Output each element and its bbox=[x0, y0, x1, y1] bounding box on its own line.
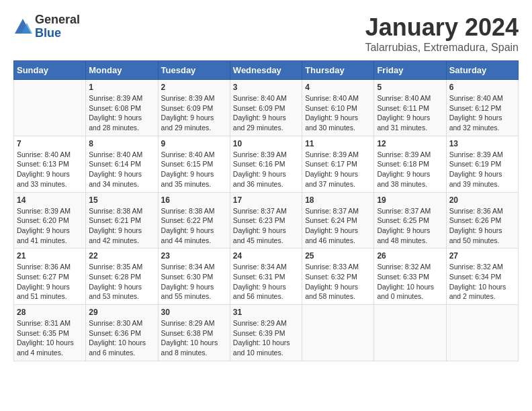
day-info: Sunrise: 8:39 AM Sunset: 6:18 PM Dayligh… bbox=[377, 150, 443, 189]
day-info: Sunrise: 8:34 AM Sunset: 6:31 PM Dayligh… bbox=[233, 262, 299, 302]
calendar-cell: 29Sunrise: 8:30 AM Sunset: 6:36 PM Dayli… bbox=[86, 305, 158, 361]
day-info: Sunrise: 8:37 AM Sunset: 6:24 PM Dayligh… bbox=[305, 206, 371, 246]
day-number: 7 bbox=[17, 139, 83, 148]
calendar-cell: 15Sunrise: 8:38 AM Sunset: 6:21 PM Dayli… bbox=[86, 192, 158, 248]
calendar-cell: 26Sunrise: 8:32 AM Sunset: 6:33 PM Dayli… bbox=[374, 248, 446, 305]
calendar-cell: 27Sunrise: 8:32 AM Sunset: 6:34 PM Dayli… bbox=[446, 248, 518, 305]
calendar-cell: 22Sunrise: 8:35 AM Sunset: 6:28 PM Dayli… bbox=[86, 248, 158, 305]
day-info: Sunrise: 8:39 AM Sunset: 6:09 PM Dayligh… bbox=[161, 93, 227, 133]
calendar-cell: 14Sunrise: 8:39 AM Sunset: 6:20 PM Dayli… bbox=[14, 192, 86, 248]
day-info: Sunrise: 8:40 AM Sunset: 6:09 PM Dayligh… bbox=[233, 93, 299, 133]
calendar-cell: 18Sunrise: 8:37 AM Sunset: 6:24 PM Dayli… bbox=[302, 192, 374, 248]
calendar-table: SundayMondayTuesdayWednesdayThursdayFrid… bbox=[13, 60, 519, 361]
day-info: Sunrise: 8:39 AM Sunset: 6:19 PM Dayligh… bbox=[449, 150, 515, 189]
day-number: 10 bbox=[233, 139, 299, 148]
day-info: Sunrise: 8:37 AM Sunset: 6:25 PM Dayligh… bbox=[377, 206, 443, 246]
calendar-cell: 16Sunrise: 8:38 AM Sunset: 6:22 PM Dayli… bbox=[158, 192, 230, 248]
day-info: Sunrise: 8:36 AM Sunset: 6:26 PM Dayligh… bbox=[449, 206, 515, 246]
day-info: Sunrise: 8:29 AM Sunset: 6:38 PM Dayligh… bbox=[161, 318, 227, 358]
day-info: Sunrise: 8:38 AM Sunset: 6:21 PM Dayligh… bbox=[89, 206, 154, 246]
day-number: 6 bbox=[449, 83, 515, 92]
calendar-cell: 3Sunrise: 8:40 AM Sunset: 6:09 PM Daylig… bbox=[230, 80, 302, 136]
day-number: 21 bbox=[17, 251, 83, 261]
day-info: Sunrise: 8:40 AM Sunset: 6:11 PM Dayligh… bbox=[377, 93, 443, 133]
logo-icon bbox=[13, 17, 32, 36]
day-info: Sunrise: 8:35 AM Sunset: 6:28 PM Dayligh… bbox=[89, 262, 154, 302]
day-number: 29 bbox=[89, 308, 154, 317]
day-number: 20 bbox=[449, 195, 515, 205]
day-number: 8 bbox=[89, 139, 154, 148]
day-number: 25 bbox=[305, 251, 371, 261]
calendar-cell: 17Sunrise: 8:37 AM Sunset: 6:23 PM Dayli… bbox=[230, 192, 302, 248]
day-number: 16 bbox=[161, 195, 227, 205]
day-number: 30 bbox=[161, 308, 227, 317]
day-number: 9 bbox=[161, 139, 227, 148]
calendar-header-row: SundayMondayTuesdayWednesdayThursdayFrid… bbox=[14, 61, 519, 80]
day-number: 17 bbox=[233, 195, 299, 205]
calendar-cell: 2Sunrise: 8:39 AM Sunset: 6:09 PM Daylig… bbox=[158, 80, 230, 136]
day-number: 13 bbox=[449, 139, 515, 148]
day-info: Sunrise: 8:40 AM Sunset: 6:13 PM Dayligh… bbox=[17, 150, 83, 189]
calendar-week-row: 21Sunrise: 8:36 AM Sunset: 6:27 PM Dayli… bbox=[14, 248, 519, 305]
calendar-week-row: 1Sunrise: 8:39 AM Sunset: 6:08 PM Daylig… bbox=[14, 80, 519, 136]
day-number: 24 bbox=[233, 251, 299, 261]
calendar-cell: 21Sunrise: 8:36 AM Sunset: 6:27 PM Dayli… bbox=[14, 248, 86, 305]
day-info: Sunrise: 8:32 AM Sunset: 6:34 PM Dayligh… bbox=[449, 262, 515, 302]
day-number: 18 bbox=[305, 195, 371, 205]
column-header-sunday: Sunday bbox=[14, 61, 86, 80]
calendar-cell: 31Sunrise: 8:29 AM Sunset: 6:39 PM Dayli… bbox=[230, 305, 302, 361]
calendar-cell bbox=[374, 305, 446, 361]
column-header-friday: Friday bbox=[374, 61, 446, 80]
calendar-cell: 6Sunrise: 8:40 AM Sunset: 6:12 PM Daylig… bbox=[446, 80, 518, 136]
day-info: Sunrise: 8:40 AM Sunset: 6:15 PM Dayligh… bbox=[161, 150, 227, 189]
calendar-cell: 11Sunrise: 8:39 AM Sunset: 6:17 PM Dayli… bbox=[302, 136, 374, 192]
calendar-cell bbox=[14, 80, 86, 136]
calendar-cell: 9Sunrise: 8:40 AM Sunset: 6:15 PM Daylig… bbox=[158, 136, 230, 192]
calendar-cell: 5Sunrise: 8:40 AM Sunset: 6:11 PM Daylig… bbox=[374, 80, 446, 136]
day-number: 27 bbox=[449, 251, 515, 261]
calendar-cell: 1Sunrise: 8:39 AM Sunset: 6:08 PM Daylig… bbox=[86, 80, 158, 136]
column-header-tuesday: Tuesday bbox=[158, 61, 230, 80]
calendar-cell: 4Sunrise: 8:40 AM Sunset: 6:10 PM Daylig… bbox=[302, 80, 374, 136]
column-header-saturday: Saturday bbox=[446, 61, 518, 80]
calendar-cell: 30Sunrise: 8:29 AM Sunset: 6:38 PM Dayli… bbox=[158, 305, 230, 361]
day-number: 3 bbox=[233, 83, 299, 92]
day-info: Sunrise: 8:34 AM Sunset: 6:30 PM Dayligh… bbox=[161, 262, 227, 302]
day-info: Sunrise: 8:39 AM Sunset: 6:17 PM Dayligh… bbox=[305, 150, 371, 189]
column-header-monday: Monday bbox=[86, 61, 158, 80]
day-number: 22 bbox=[89, 251, 154, 261]
day-info: Sunrise: 8:38 AM Sunset: 6:22 PM Dayligh… bbox=[161, 206, 227, 246]
day-info: Sunrise: 8:32 AM Sunset: 6:33 PM Dayligh… bbox=[377, 262, 443, 302]
day-number: 1 bbox=[89, 83, 154, 92]
day-number: 19 bbox=[377, 195, 443, 205]
calendar-cell: 19Sunrise: 8:37 AM Sunset: 6:25 PM Dayli… bbox=[374, 192, 446, 248]
day-number: 26 bbox=[377, 251, 443, 261]
day-info: Sunrise: 8:31 AM Sunset: 6:35 PM Dayligh… bbox=[17, 318, 83, 358]
calendar-title: January 2024 bbox=[365, 13, 519, 42]
calendar-week-row: 7Sunrise: 8:40 AM Sunset: 6:13 PM Daylig… bbox=[14, 136, 519, 192]
day-number: 31 bbox=[233, 308, 299, 317]
calendar-week-row: 28Sunrise: 8:31 AM Sunset: 6:35 PM Dayli… bbox=[14, 305, 519, 361]
calendar-cell: 8Sunrise: 8:40 AM Sunset: 6:14 PM Daylig… bbox=[86, 136, 158, 192]
title-area: January 2024 Talarrubias, Extremadura, S… bbox=[365, 13, 519, 54]
day-info: Sunrise: 8:39 AM Sunset: 6:08 PM Dayligh… bbox=[89, 93, 154, 133]
day-info: Sunrise: 8:39 AM Sunset: 6:20 PM Dayligh… bbox=[17, 206, 83, 246]
calendar-cell bbox=[302, 305, 374, 361]
day-info: Sunrise: 8:33 AM Sunset: 6:32 PM Dayligh… bbox=[305, 262, 371, 302]
day-number: 23 bbox=[161, 251, 227, 261]
day-number: 28 bbox=[17, 308, 83, 317]
calendar-cell: 24Sunrise: 8:34 AM Sunset: 6:31 PM Dayli… bbox=[230, 248, 302, 305]
calendar-cell: 7Sunrise: 8:40 AM Sunset: 6:13 PM Daylig… bbox=[14, 136, 86, 192]
day-info: Sunrise: 8:40 AM Sunset: 6:14 PM Dayligh… bbox=[89, 150, 154, 189]
day-info: Sunrise: 8:29 AM Sunset: 6:39 PM Dayligh… bbox=[233, 318, 299, 358]
logo-blue-text: Blue bbox=[35, 27, 80, 40]
day-info: Sunrise: 8:40 AM Sunset: 6:10 PM Dayligh… bbox=[305, 93, 371, 133]
calendar-cell: 23Sunrise: 8:34 AM Sunset: 6:30 PM Dayli… bbox=[158, 248, 230, 305]
page-header: General Blue January 2024 Talarrubias, E… bbox=[13, 13, 519, 54]
day-number: 14 bbox=[17, 195, 83, 205]
calendar-cell: 25Sunrise: 8:33 AM Sunset: 6:32 PM Dayli… bbox=[302, 248, 374, 305]
day-info: Sunrise: 8:39 AM Sunset: 6:16 PM Dayligh… bbox=[233, 150, 299, 189]
day-number: 5 bbox=[377, 83, 443, 92]
calendar-subtitle: Talarrubias, Extremadura, Spain bbox=[365, 42, 519, 54]
calendar-cell: 28Sunrise: 8:31 AM Sunset: 6:35 PM Dayli… bbox=[14, 305, 86, 361]
